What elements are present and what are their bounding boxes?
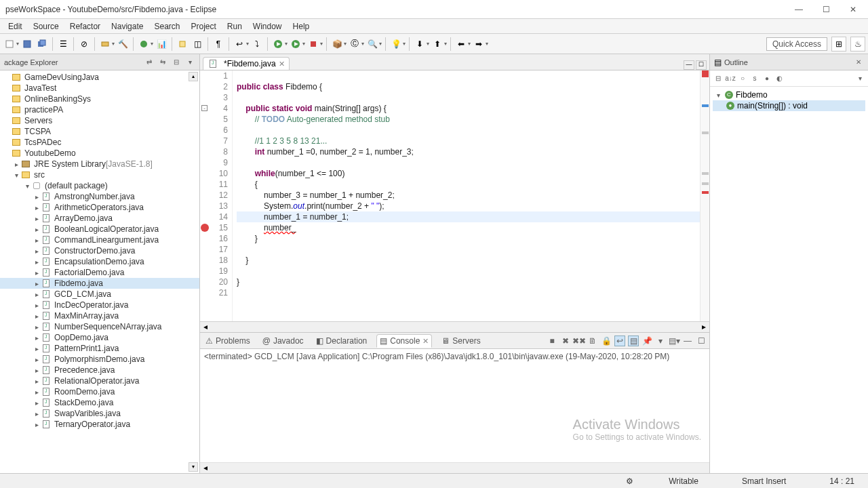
new-class-button[interactable]: Ⓒ	[348, 37, 361, 51]
package-tree[interactable]: ▴ GameDevUsingJavaJavaTestOnlineBankingS…	[0, 70, 199, 473]
open-perspective-button[interactable]: ⊞	[831, 37, 846, 52]
tab-problems[interactable]: ⚠Problems	[203, 335, 253, 347]
java-file-item[interactable]: ▸Fibdemo.java	[0, 278, 199, 289]
editor-horizontal-scrollbar[interactable]: ◂▸	[200, 321, 709, 332]
java-file-item[interactable]: ▸OopDemo.java	[0, 332, 199, 343]
code-area[interactable]: public class Fibdemo { public static voi…	[233, 70, 700, 321]
last-edit-button[interactable]: ↩	[233, 37, 246, 51]
save-button[interactable]	[20, 37, 34, 51]
status-launch-icon[interactable]: ⚙	[626, 476, 633, 486]
outline-sort-icon[interactable]: a↓z	[725, 73, 736, 84]
java-file-item[interactable]: ▸ConstructorDemo.java	[0, 245, 199, 256]
build-button[interactable]: 🔨	[116, 37, 130, 51]
tab-javadoc[interactable]: @Javadoc	[260, 335, 307, 347]
menu-help[interactable]: Help	[288, 20, 315, 33]
java-file-item[interactable]: ▸PolymorphismDemo.java	[0, 354, 199, 365]
external-tools-button[interactable]	[307, 37, 320, 51]
run-dropdown[interactable]: ▾	[285, 41, 288, 47]
java-file-item[interactable]: ▸MaxMinArray.java	[0, 310, 199, 321]
java-file-item[interactable]: ▸FactorialDemo.java	[0, 267, 199, 278]
console-minimize-icon[interactable]: ―	[682, 336, 693, 346]
menu-source[interactable]: Source	[28, 20, 64, 33]
java-file-item[interactable]: ▸CommandLineargument.java	[0, 235, 199, 245]
debug-button[interactable]	[137, 37, 151, 51]
editor-maximize-icon[interactable]: ☐	[696, 60, 707, 70]
open-type-button[interactable]: ☰	[56, 37, 70, 51]
outline-tree[interactable]: ▾ C Fibdemo ● main(String[]) : void	[710, 87, 868, 114]
menu-window[interactable]: Window	[248, 20, 288, 33]
coverage-button[interactable]: 📊	[155, 37, 168, 51]
console-open-icon[interactable]: ▤▾	[669, 336, 679, 346]
editor-tab-close[interactable]: ✕	[279, 60, 285, 68]
outline-class-item[interactable]: ▾ C Fibdemo	[713, 89, 865, 100]
collapse-icon[interactable]: ⇄	[144, 57, 155, 68]
menu-project[interactable]: Project	[185, 20, 221, 33]
editor-minimize-icon[interactable]: ―	[684, 60, 694, 70]
console-output[interactable]: <terminated> GCD_LCM [Java Application] …	[200, 349, 709, 462]
console-maximize-icon[interactable]: ☐	[696, 336, 707, 346]
project-item[interactable]: GameDevUsingJava	[0, 72, 199, 83]
java-file-item[interactable]: ▸Precedence.java	[0, 365, 199, 375]
focus-icon[interactable]: ⊟	[171, 57, 182, 68]
console-display-selected-icon[interactable]: ▾	[655, 336, 666, 346]
run-last-button[interactable]	[289, 37, 302, 51]
java-file-item[interactable]: ▸StackDemo.java	[0, 397, 199, 408]
quick-access-field[interactable]: Quick Access	[766, 37, 827, 51]
java-file-item[interactable]: ▸TernaryOperator.java	[0, 419, 199, 430]
tab-console[interactable]: ▤Console✕	[376, 334, 432, 348]
overview-ruler[interactable]	[700, 70, 709, 321]
show-whitespace-button[interactable]: ¶	[212, 37, 225, 51]
jre-library-item[interactable]: ▸JRE System Library [JavaSE-1.8]	[0, 159, 199, 169]
default-package-item[interactable]: ▾(default package)	[0, 180, 199, 191]
menu-refactor[interactable]: Refactor	[64, 20, 106, 33]
console-scroll-lock-icon[interactable]: 🔒	[601, 336, 612, 346]
annotation-ruler[interactable]: -	[200, 70, 210, 321]
open-task-button[interactable]: 💡	[389, 37, 403, 51]
overview-task-mark[interactable]	[702, 104, 709, 107]
outline-close-icon[interactable]: ✕	[853, 57, 864, 68]
console-show-standard-out-icon[interactable]: ▤	[628, 336, 639, 346]
project-item[interactable]: practicePA	[0, 104, 199, 115]
save-all-button[interactable]	[35, 37, 49, 51]
java-file-item[interactable]: ▸EncapsulationDemo.java	[0, 256, 199, 267]
java-file-item[interactable]: ▸IncDecOperator.java	[0, 300, 199, 310]
java-file-item[interactable]: ▸BooleanLogicalOperator.java	[0, 224, 199, 235]
overview-error-mark[interactable]	[702, 191, 709, 194]
outline-hide-nonpublic-icon[interactable]: ●	[762, 73, 772, 84]
menu-search[interactable]: Search	[149, 20, 185, 33]
console-pin-icon[interactable]: 📌	[642, 336, 652, 346]
project-item[interactable]: OnlineBankingSys	[0, 94, 199, 104]
console-horizontal-scrollbar[interactable]: ◂	[200, 462, 709, 473]
outline-view-menu-icon[interactable]: ▾	[854, 73, 865, 84]
outline-focus-icon[interactable]: ⊟	[713, 73, 724, 84]
close-button[interactable]: ✕	[844, 3, 863, 16]
java-file-item[interactable]: ▸RoomDemo.java	[0, 386, 199, 397]
toggle-mark-button[interactable]	[176, 37, 189, 51]
minimize-button[interactable]: —	[789, 3, 808, 16]
maximize-button[interactable]: ☐	[816, 3, 835, 16]
status-cursor-pos[interactable]: 14 : 21	[821, 476, 863, 486]
java-perspective-button[interactable]: ♨	[850, 37, 865, 52]
project-item[interactable]: TcsPADec	[0, 137, 199, 148]
link-editor-icon[interactable]: ⇆	[157, 57, 168, 68]
src-folder-item[interactable]: ▾src	[0, 169, 199, 180]
console-tab-close[interactable]: ✕	[422, 337, 429, 346]
project-item[interactable]: YoutubeDemo	[0, 148, 199, 159]
tree-scroll-up[interactable]: ▴	[189, 72, 198, 81]
new-button[interactable]	[3, 37, 16, 51]
console-word-wrap-icon[interactable]: ↩	[614, 336, 625, 346]
line-number-gutter[interactable]: 123456789101112131415161718192021	[210, 70, 233, 321]
console-clear-icon[interactable]: 🗎	[587, 336, 598, 346]
menu-navigate[interactable]: Navigate	[106, 20, 149, 33]
outline-hide-local-icon[interactable]: ◐	[774, 73, 785, 84]
skip-breakpoints-button[interactable]: ⊘	[77, 37, 91, 51]
java-file-item[interactable]: ▸GCD_LCM.java	[0, 289, 199, 300]
next-annotation-button[interactable]: ⤵	[250, 37, 264, 51]
tab-declaration[interactable]: ◧Declaration	[313, 335, 370, 347]
new-server-button[interactable]	[98, 37, 112, 51]
new-package-button[interactable]: 📦	[330, 37, 344, 51]
error-annotation-icon[interactable]	[201, 224, 209, 232]
tab-servers[interactable]: 🖥Servers	[439, 335, 483, 347]
project-item[interactable]: Servers	[0, 115, 199, 126]
console-terminate-icon[interactable]: ■	[547, 336, 557, 346]
